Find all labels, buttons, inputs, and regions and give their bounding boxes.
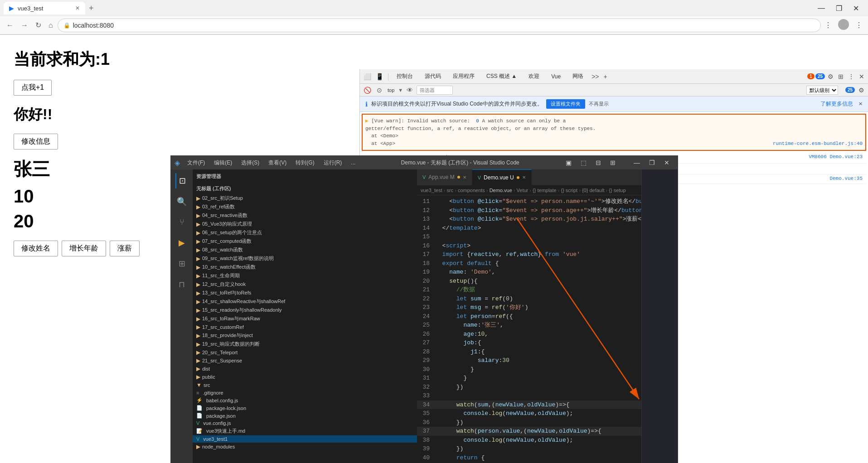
devtools-close-button[interactable]: ✕	[857, 72, 866, 81]
folder-node-modules[interactable]: ▶node_modules	[193, 443, 417, 451]
demo-vue-close[interactable]: ✕	[522, 175, 526, 180]
console-eye-button[interactable]: 👁	[405, 86, 415, 95]
grow-age-button[interactable]: 增长年龄	[62, 241, 106, 256]
file-vue-config[interactable]: Vvue.config.js	[193, 420, 417, 427]
folder-16[interactable]: ▶16_src_toRaw与markRaw	[193, 314, 417, 323]
menu-goto[interactable]: 转到(G)	[292, 156, 318, 169]
vscode-customize-layout[interactable]: ⊞	[606, 156, 620, 169]
remote-icon[interactable]: ⊓	[176, 277, 188, 292]
folder-08[interactable]: ▶08_src_watch函数	[193, 246, 417, 254]
folder-07[interactable]: ▶07_src_computed函数	[193, 237, 417, 246]
file-babel-config[interactable]: ⚡babel.config.js	[193, 396, 417, 404]
folder-10[interactable]: ▶10_src_watchEffect函数	[193, 263, 417, 271]
devtools-tab-css[interactable]: CSS 概述 ▲	[481, 70, 522, 83]
console-clear-button[interactable]: 🚫	[362, 86, 373, 95]
learn-more-link[interactable]: 了解更多信息	[820, 100, 853, 108]
devtools-more-button[interactable]: ⋮	[846, 72, 856, 81]
run-debug-icon[interactable]: ▶	[176, 235, 188, 251]
raise-salary-button[interactable]: 涨薪	[110, 241, 140, 256]
minimize-button[interactable]: —	[812, 2, 830, 14]
vscode-sidebar-toggle[interactable]: ▣	[561, 156, 576, 169]
number-source-link[interactable]: Demo.vue:35	[829, 176, 863, 181]
menu-view[interactable]: 查看(V)	[265, 156, 290, 169]
devtools-add-button[interactable]: +	[601, 72, 609, 81]
more-button[interactable]: ⋮	[853, 19, 864, 31]
back-button[interactable]: ←	[4, 19, 16, 31]
devtools-more-tabs[interactable]: >>	[590, 72, 601, 81]
folder-05[interactable]: ▶05_Vue3的响应式原理	[193, 220, 417, 228]
devtools-inspect-button[interactable]: ⬜	[362, 72, 373, 81]
devtools-tab-source[interactable]: 源代码	[419, 70, 446, 83]
menu-edit[interactable]: 编辑(E)	[210, 156, 236, 169]
folder-dist[interactable]: ▶dist	[193, 365, 417, 373]
log-level-select[interactable]: 默认级别	[806, 86, 838, 95]
folder-17[interactable]: ▶17_src_customRef	[193, 323, 417, 331]
reload-button[interactable]: ↻	[33, 19, 44, 31]
folder-18[interactable]: ▶18_src_provide与inject	[193, 331, 417, 340]
menu-file[interactable]: 文件(F)	[184, 156, 209, 169]
new-tab-button[interactable]: +	[85, 4, 97, 13]
proxy-source-link-1[interactable]: VM8606 Demo.vue:23	[809, 154, 863, 159]
tab-app-vue[interactable]: V App.vue M ✕	[417, 169, 472, 185]
set-root-folder-button[interactable]: 设置根文件夹	[546, 99, 585, 109]
folder-15[interactable]: ▶15_src_readonly与shallowReadonly	[193, 306, 417, 314]
increment-button[interactable]: 点我+1	[14, 80, 52, 96]
file-vue3-guide[interactable]: 📝vue3快速上手.md	[193, 427, 417, 435]
modify-button[interactable]: 修改信息	[14, 134, 58, 150]
folder-03[interactable]: ▶03_ref_ref函数	[193, 203, 417, 211]
console-settings-button[interactable]: ⚙	[857, 86, 866, 95]
console-filter-toggle[interactable]: ⊙	[375, 86, 384, 95]
folder-06[interactable]: ▶06_src_setup的两个注意点	[193, 228, 417, 237]
explorer-icon[interactable]: ⊡	[175, 173, 189, 188]
search-icon[interactable]: 🔍	[174, 194, 189, 209]
vscode-close[interactable]: ✕	[659, 156, 674, 169]
warn-source-link[interactable]: runtime-core.esm-bundler.js:40	[773, 140, 863, 148]
file-package-lock[interactable]: 📄package-lock.json	[193, 404, 417, 412]
folder-21[interactable]: ▶21_src_Suspense	[193, 357, 417, 365]
folder-public[interactable]: ▶public	[193, 373, 417, 381]
folder-09[interactable]: ▶09_src_watch监视ref数据的说明	[193, 254, 417, 263]
tab-close-button[interactable]: ✕	[75, 5, 80, 11]
folder-02[interactable]: ▶02_src_初识Setup	[193, 194, 417, 203]
browser-tab[interactable]: ▶ vue3_test ✕	[4, 2, 85, 14]
app-vue-close[interactable]: ✕	[463, 175, 466, 180]
devtools-tab-network[interactable]: 网络	[567, 70, 589, 83]
console-filter-input[interactable]	[417, 86, 453, 95]
address-bar[interactable]: 🔒 localhost:8080	[58, 19, 821, 32]
devtools-settings-button[interactable]: ⚙	[826, 72, 835, 81]
vscode-minimize[interactable]: —	[629, 156, 645, 169]
vscode-editor-layout[interactable]: ⬚	[576, 156, 591, 169]
menu-select[interactable]: 选择(S)	[238, 156, 263, 169]
folder-src[interactable]: ▼src	[193, 381, 417, 389]
extensions-icon[interactable]: ⊞	[176, 256, 188, 271]
close-banner-button[interactable]: ✕	[858, 101, 863, 107]
vscode-maximize[interactable]: ❐	[645, 156, 659, 169]
tab-demo-vue[interactable]: V Demo.vue U ✕	[472, 169, 532, 185]
devtools-device-button[interactable]: 📱	[374, 72, 385, 81]
folder-13[interactable]: ▶13_src_toRef与toRefs	[193, 289, 417, 297]
code-editor[interactable]: 11 <button @click="$event => person.name…	[417, 195, 641, 463]
source-control-icon[interactable]: ⑂	[177, 215, 187, 230]
modify-name-button[interactable]: 修改姓名	[14, 241, 58, 256]
home-button[interactable]: ⌂	[46, 19, 56, 31]
menu-run[interactable]: 运行(R)	[320, 156, 346, 169]
devtools-dock-button[interactable]: ⊞	[836, 72, 845, 81]
close-button[interactable]: ✕	[848, 2, 864, 14]
devtools-tab-welcome[interactable]: 欢迎	[523, 70, 545, 83]
folder-vue3-test1[interactable]: Vvue3_test1	[193, 435, 417, 443]
menu-more[interactable]: ...	[347, 156, 359, 169]
devtools-tab-console[interactable]: 控制台	[391, 70, 418, 83]
forward-button[interactable]: →	[18, 19, 31, 31]
maximize-button[interactable]: ❐	[830, 2, 848, 14]
folder-14[interactable]: ▶14_src_shallowReactive与shallowRef	[193, 297, 417, 306]
dismiss-banner-button[interactable]: 不再显示	[589, 101, 609, 107]
extensions-button[interactable]: ⋮	[823, 19, 834, 31]
folder-12[interactable]: ▶12_src_自定义hook	[193, 280, 417, 289]
devtools-tab-vue[interactable]: Vue	[546, 70, 566, 83]
folder-04[interactable]: ▶04_src_reactive函数	[193, 211, 417, 220]
devtools-tab-application[interactable]: 应用程序	[447, 70, 480, 83]
folder-19[interactable]: ▶19_src_响应式数据的判断	[193, 340, 417, 348]
folder-20[interactable]: ▶20_src_Teleport	[193, 348, 417, 357]
file-package[interactable]: 📄package.json	[193, 412, 417, 420]
folder-11[interactable]: ▶11_src_生命周期	[193, 271, 417, 280]
